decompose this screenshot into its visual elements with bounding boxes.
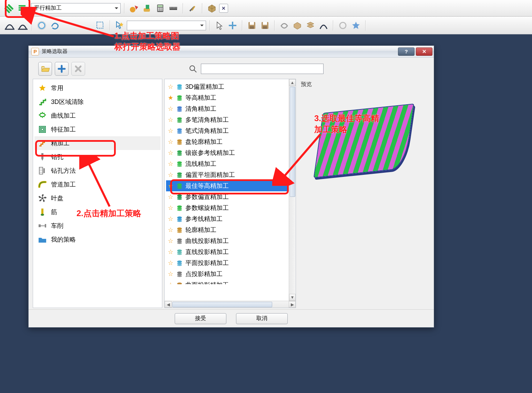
category-icon	[38, 111, 47, 120]
favorite-star-icon[interactable]: ☆	[167, 238, 174, 244]
favorite-star-icon[interactable]: ☆	[167, 128, 174, 134]
toolbar-icon-a[interactable]	[128, 2, 140, 14]
category-item[interactable]: 钻孔	[34, 150, 161, 164]
svg-point-78	[177, 154, 182, 156]
ring-icon[interactable]	[36, 20, 48, 31]
close-x-icon[interactable]: ✕	[219, 4, 228, 13]
strategy-item[interactable]: ☆ 清角精加工	[166, 103, 288, 114]
strategy-item[interactable]: ☆ 曲线投影精加工	[166, 235, 288, 246]
strategy-item[interactable]: ☆ 参数偏置精加工	[166, 191, 288, 202]
tools-icon[interactable]	[187, 2, 198, 14]
favorite-star-icon[interactable]: ☆	[167, 172, 174, 178]
category-item[interactable]: 常用	[34, 81, 161, 95]
favorite-star-icon[interactable]: ☆	[167, 150, 174, 156]
open-folder-button[interactable]	[38, 62, 52, 76]
favorite-star-icon[interactable]: ☆	[167, 227, 174, 233]
strategy-item[interactable]: ☆ 参数螺旋精加工	[166, 202, 288, 213]
category-list[interactable]: 常用 3D区域清除 曲线加工 特征加工 精加工 钻孔 钻孔方法 管道加工 叶盘	[33, 79, 162, 308]
arch2-icon[interactable]	[17, 20, 28, 31]
strategy-item[interactable]: ☆ 笔式清角精加工	[166, 125, 288, 136]
favorite-star-icon[interactable]: ☆	[167, 194, 174, 200]
favorite-star-icon[interactable]: ☆	[167, 139, 174, 145]
delete-button[interactable]	[71, 62, 85, 76]
category-item[interactable]: 曲线加工	[34, 109, 161, 123]
calculator-icon[interactable]	[154, 2, 166, 14]
strategy-item[interactable]: ☆ 平面投影精加工	[166, 257, 288, 268]
category-item[interactable]: 车削	[34, 219, 161, 233]
strategy-picker-icon[interactable]	[3, 2, 15, 14]
favorite-star-icon[interactable]: ☆	[167, 161, 174, 167]
help-button[interactable]: ?	[398, 47, 415, 56]
strategy-list[interactable]: ☆ 3D偏置精加工★ 等高精加工☆ 清角精加工☆ 多笔清角精加工☆	[165, 79, 296, 301]
plus-cursor-icon[interactable]	[227, 20, 238, 31]
add-button[interactable]	[55, 62, 69, 76]
arch1-icon[interactable]	[3, 20, 15, 31]
strategy-item[interactable]: ☆ 盘轮廓精加工	[166, 136, 288, 147]
star-cursor-icon[interactable]	[114, 20, 125, 31]
strategy-label: 参数螺旋精加工	[185, 204, 229, 212]
strategy-item[interactable]: ☆ 偏置平坦面精加工	[166, 169, 288, 180]
category-item[interactable]: 筋	[34, 205, 161, 219]
select-box-icon[interactable]	[94, 20, 106, 31]
loop-icon[interactable]	[49, 20, 61, 31]
block-icon[interactable]	[291, 20, 303, 31]
disk1-icon[interactable]	[246, 20, 258, 31]
strategy-item[interactable]: ☆ 曲面投影精加工	[166, 279, 288, 284]
strategy-item[interactable]: ☆ 参考线精加工	[166, 213, 288, 224]
favorite-star-icon[interactable]: ☆	[167, 216, 174, 222]
favorite-star-icon[interactable]: ☆	[167, 282, 174, 284]
category-item[interactable]: 钻孔方法	[34, 164, 161, 178]
category-item[interactable]: 管道加工	[34, 178, 161, 191]
category-item[interactable]: 叶盘	[34, 191, 161, 205]
favorite-star-icon[interactable]: ☆	[167, 84, 174, 90]
category-item[interactable]: 3D区域清除	[34, 95, 161, 109]
cube-add-icon[interactable]	[206, 2, 218, 14]
loop2-icon[interactable]	[278, 20, 290, 31]
strategy-item[interactable]: ☆ 轮廓精加工	[166, 224, 288, 235]
ring2-icon[interactable]	[337, 20, 349, 31]
scroll-thumb[interactable]	[290, 87, 295, 197]
favorite-star-icon[interactable]: ★	[167, 183, 174, 189]
vertical-scrollbar[interactable]: ▲ ▼	[289, 79, 296, 301]
strategy-item[interactable]: ★ 最佳等高精加工	[166, 180, 288, 191]
strategy-combo[interactable]: 平行精加工	[31, 3, 121, 13]
horizontal-scrollbar[interactable]: ◀ ▶	[165, 301, 296, 308]
close-button[interactable]: ✕	[416, 47, 432, 56]
cancel-button[interactable]: 取消	[236, 313, 288, 324]
category-item[interactable]: 特征加工	[34, 123, 161, 136]
strategy-item[interactable]: ☆ 直线投影精加工	[166, 246, 288, 257]
search-combo[interactable]	[127, 21, 206, 30]
block-stack-icon[interactable]	[305, 20, 316, 31]
favorite-star-icon[interactable]: ☆	[167, 106, 174, 112]
strategy-item[interactable]: ☆ 3D偏置精加工	[166, 81, 288, 92]
favorite-star-icon[interactable]: ☆	[167, 117, 174, 123]
strategy-item[interactable]: ★ 等高精加工	[166, 92, 288, 103]
scroll-up-arrow[interactable]: ▲	[289, 79, 296, 86]
dialog-titlebar[interactable]: P 策略选取器 ? ✕	[29, 46, 434, 57]
accept-button[interactable]: 接受	[175, 313, 226, 324]
scroll-down-arrow[interactable]: ▼	[289, 294, 296, 301]
category-item[interactable]: 精加工	[34, 136, 161, 150]
scroll-left-arrow[interactable]: ◀	[165, 301, 172, 308]
scroll-thumb-h[interactable]	[172, 302, 272, 307]
toolbar-icon-b[interactable]	[141, 2, 153, 14]
cursor-icon[interactable]	[214, 20, 225, 31]
disk2-icon[interactable]	[259, 20, 271, 31]
favorite-star-icon[interactable]: ☆	[167, 249, 174, 255]
strategy-item[interactable]: ☆ 多笔清角精加工	[166, 114, 288, 125]
favorite-star-icon[interactable]: ☆	[167, 205, 174, 211]
ruler-icon[interactable]	[167, 2, 179, 14]
strategy-item[interactable]: ☆ 点投影精加工	[166, 268, 288, 279]
toolpath-list-icon[interactable]	[17, 2, 28, 14]
svg-point-72	[177, 132, 182, 134]
favorite-star-icon[interactable]: ★	[167, 95, 174, 101]
strategy-item[interactable]: ☆ 流线精加工	[166, 158, 288, 169]
favorite-star-icon[interactable]: ☆	[167, 260, 174, 266]
search-input[interactable]	[201, 64, 324, 74]
category-item[interactable]: 我的策略	[34, 233, 161, 246]
star-tool-icon[interactable]	[350, 20, 362, 31]
strategy-item[interactable]: ☆ 镶嵌参考线精加工	[166, 147, 288, 158]
scroll-right-arrow[interactable]: ▶	[289, 301, 296, 308]
favorite-star-icon[interactable]: ☆	[167, 271, 174, 277]
arch3-icon[interactable]	[318, 20, 329, 31]
